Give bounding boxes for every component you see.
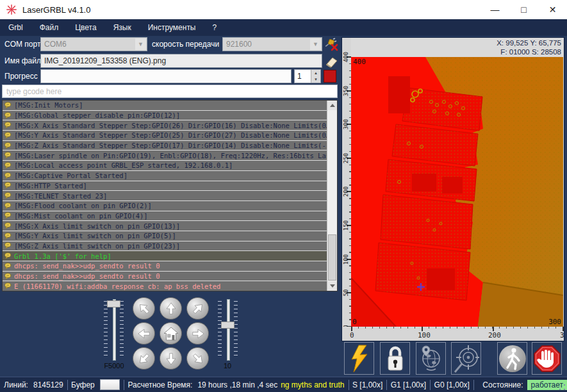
message-balloon-icon	[4, 152, 12, 159]
ruler-label: 0	[342, 317, 350, 327]
console-line: Grbl 1.3a ['$' for help]	[3, 251, 327, 261]
arrow-icon	[134, 298, 154, 318]
menu-colors[interactable]: Цвета	[67, 19, 104, 36]
menu-tools[interactable]: Инструменты	[140, 19, 204, 36]
jog-home[interactable]	[160, 322, 182, 345]
buffer-gauge	[100, 379, 120, 390]
message-balloon-icon	[4, 222, 12, 229]
console-line: [MSG:Laser spindle on Pin:GPIO(19), Enbl…	[3, 151, 327, 161]
menu-file[interactable]: Файл	[31, 19, 67, 36]
ruler-label: 200	[488, 331, 501, 339]
file-name-field[interactable]: IMG_20191209_153358 (ENG).png	[40, 54, 322, 68]
console-line: [MSG:Z Axis Standard Stepper Step:GPIO(1…	[3, 141, 327, 151]
title-bar: LaserGRBL v4.1.0 — □ ✕	[0, 0, 567, 20]
stop-hand-icon	[533, 345, 561, 373]
eraser-icon[interactable]	[324, 54, 340, 68]
feed-slider-thumb[interactable]	[107, 300, 120, 307]
arrow-icon	[188, 348, 208, 368]
estimated-time-value: 19 hours ,18 min ,4 sec	[197, 380, 277, 389]
message-balloon-icon	[4, 263, 12, 270]
frame-button[interactable]	[451, 342, 481, 375]
menu-grbl[interactable]: Grbl	[0, 19, 31, 36]
padlock-icon	[384, 345, 406, 372]
abort-job-button[interactable]	[324, 70, 336, 83]
jog-up-right-button[interactable]	[186, 297, 209, 320]
status-bar: Линий: 8145129 Буфер Расчетное Время: 19…	[0, 377, 567, 392]
spinner-up-icon[interactable]: ▲	[311, 70, 320, 76]
vertical-ruler: 400350300250200150100500	[342, 38, 351, 327]
horizontal-ruler: 01002003	[342, 327, 564, 341]
jog-right-button[interactable]	[186, 322, 209, 345]
arrow-icon	[191, 327, 205, 341]
maximize-button[interactable]: □	[509, 0, 538, 19]
console-line: [MSG:Local access point GRBL_ESP started…	[3, 161, 327, 171]
run-button[interactable]	[497, 342, 527, 375]
step-slider-thumb[interactable]	[221, 322, 234, 329]
message-balloon-icon	[4, 273, 12, 280]
step-slider-ticks	[234, 301, 238, 359]
emergency-stop-button[interactable]	[532, 342, 562, 375]
menu-language[interactable]: Язык	[105, 19, 140, 36]
minimize-button[interactable]: —	[481, 0, 509, 19]
buffer-label: Буфер	[71, 380, 95, 389]
jog-down-right-button[interactable]	[186, 347, 209, 370]
baud-rate-select[interactable]: 921600▼	[222, 37, 322, 51]
lasergrbl-window: LaserGRBL v4.1.0 — □ ✕ Grbl Файл Цвета Я…	[0, 0, 567, 392]
console-log[interactable]: [MSG:Init Motors][MSG:Global stepper dis…	[2, 100, 338, 291]
console-line: [MSG:Global stepper disable pin:GPIO(12)…	[3, 111, 327, 121]
fs-coords: F: 01000 S: 28508	[351, 47, 561, 56]
message-balloon-icon	[4, 112, 12, 119]
g1-override-value[interactable]: G1 [1,00x]	[391, 380, 426, 389]
scrollbar-thumb[interactable]	[328, 234, 336, 281]
pass-count-spinner[interactable]: 1 ▲▼	[294, 69, 321, 83]
resize-grip[interactable]	[558, 383, 566, 391]
message-balloon-icon	[4, 282, 12, 290]
message-balloon-icon	[4, 242, 12, 249]
console-lines: [MSG:Init Motors][MSG:Global stepper dis…	[3, 101, 327, 291]
g0-override-value[interactable]: G0 [1,00x]	[434, 380, 470, 389]
message-balloon-icon	[4, 102, 12, 109]
close-button[interactable]: ✕	[538, 0, 567, 19]
unlock-button[interactable]	[380, 342, 410, 375]
engraving-preview[interactable]: 400 0 300	[351, 57, 563, 327]
console-line: [MSG:Y Axis limit switch on pin GPIO(5)]	[3, 231, 327, 241]
console-scrollbar[interactable]	[327, 101, 337, 291]
preview-panel: 400350300250200150100500 X: 99,525 Y: 65…	[341, 37, 564, 341]
walking-icon	[498, 345, 527, 373]
preview-label-300: 300	[548, 318, 561, 326]
progress-label: Прогресс	[4, 69, 38, 83]
feed-slider[interactable]	[113, 299, 116, 361]
focus-button[interactable]	[344, 342, 374, 375]
xy-coords: X: 99,525 Y: 65,775	[351, 38, 561, 47]
chevron-down-icon: ▼	[310, 38, 321, 50]
console-line: dhcps: send_nak>>udp_sendto result 0	[3, 272, 327, 282]
feed-slider-ticks	[120, 301, 124, 359]
s-override-value[interactable]: S [1,00x]	[352, 380, 382, 389]
state-label: Состояние:	[482, 380, 523, 389]
arrow-icon	[188, 298, 208, 318]
scroll-up-icon[interactable]	[327, 101, 337, 110]
goto-zero-button[interactable]	[416, 342, 446, 375]
console-line: E (11661170) wifi:addba response cb: ap …	[3, 281, 327, 291]
menu-help[interactable]: ?	[204, 19, 226, 36]
scrolling-message: ng myths and truth	[281, 380, 344, 389]
file-name-label: Имя файла	[4, 54, 45, 68]
ruler-label: 200	[342, 182, 350, 201]
arrow-icon	[137, 327, 151, 341]
scroll-down-icon[interactable]	[327, 281, 337, 291]
com-port-select[interactable]: COM6▼	[40, 37, 147, 51]
message-balloon-icon	[4, 192, 12, 199]
spinner-down-icon[interactable]: ▼	[311, 76, 320, 83]
plug-disconnect-icon[interactable]	[324, 37, 339, 51]
jog-up-left-button[interactable]	[133, 297, 155, 320]
jog-down-button[interactable]	[160, 347, 182, 370]
console-line: [MSG:Captive Portal Started]	[3, 171, 327, 181]
gcode-input[interactable]	[2, 85, 338, 98]
jog-left-button[interactable]	[133, 322, 155, 345]
jog-up-button[interactable]	[160, 297, 182, 320]
step-slider[interactable]	[227, 299, 230, 361]
ruler-label: 150	[342, 216, 350, 235]
console-line: [MSG:Y Axis Standard Stepper Step:GPIO(2…	[3, 131, 327, 141]
jog-down-left-button[interactable]	[133, 347, 155, 370]
chevron-down-icon: ▼	[135, 38, 146, 50]
